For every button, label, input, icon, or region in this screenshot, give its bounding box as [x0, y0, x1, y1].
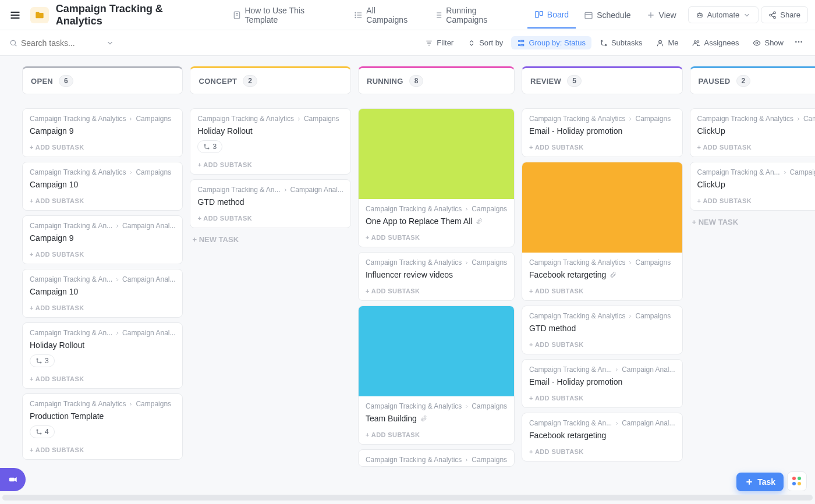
- task-fab-label: Task: [757, 477, 775, 487]
- column-header[interactable]: RUNNING8: [358, 66, 515, 94]
- subtask-icon: [36, 357, 42, 364]
- card-breadcrumb[interactable]: Campaign Tracking & An...Campaign Anal..…: [30, 222, 175, 230]
- card-breadcrumb[interactable]: Campaign Tracking & AnalyticsCampaigns: [30, 168, 175, 176]
- card-breadcrumb[interactable]: Campaign Tracking & AnalyticsCampaigns: [529, 115, 675, 123]
- add-subtask-button[interactable]: + ADD SUBTASK: [522, 335, 682, 354]
- add-subtask-button[interactable]: + ADD SUBTASK: [359, 228, 514, 247]
- add-subtask-button[interactable]: + ADD SUBTASK: [190, 155, 350, 174]
- subtask-count-pill[interactable]: 3: [197, 140, 222, 153]
- horizontal-scrollbar[interactable]: [2, 495, 813, 501]
- card-body: Campaign Tracking & An...Campaign Anal..…: [522, 413, 682, 442]
- new-task-button[interactable]: + NEW TASK: [690, 211, 815, 233]
- add-subtask-button[interactable]: + ADD SUBTASK: [23, 191, 182, 210]
- add-subtask-button[interactable]: + ADD SUBTASK: [23, 441, 182, 459]
- card-breadcrumb[interactable]: Campaign Tracking & An...Campaign Anal..…: [529, 365, 675, 374]
- filter-button[interactable]: Filter: [419, 36, 459, 49]
- folder-badge[interactable]: [30, 7, 49, 23]
- column-header[interactable]: REVIEW5: [522, 66, 682, 94]
- add-subtask-button[interactable]: + ADD SUBTASK: [522, 138, 682, 157]
- card-title: ClickUp: [697, 180, 815, 189]
- apps-button[interactable]: [787, 471, 807, 491]
- svg-point-52: [204, 144, 205, 145]
- task-card[interactable]: Campaign Tracking & AnalyticsCampaignsOn…: [358, 108, 515, 247]
- column-header[interactable]: PAUSED2: [690, 66, 815, 94]
- task-card[interactable]: Campaign Tracking & AnalyticsCampaigns: [358, 449, 515, 467]
- tab-board[interactable]: Board: [527, 2, 576, 29]
- card-breadcrumb[interactable]: Campaign Tracking & AnalyticsCampaigns: [30, 115, 175, 123]
- video-record-button[interactable]: [0, 468, 26, 491]
- breadcrumb-parent: Campaign Tracking & An...: [697, 168, 780, 176]
- column-header[interactable]: CONCEPT2: [190, 66, 350, 94]
- task-card[interactable]: Campaign Tracking & AnalyticsCampaignsPr…: [22, 393, 183, 460]
- add-subtask-button[interactable]: + ADD SUBTASK: [690, 138, 815, 157]
- breadcrumb-child: Campaigns: [472, 258, 507, 267]
- tab-all-campaigns[interactable]: All Campaigns: [347, 2, 426, 28]
- card-breadcrumb[interactable]: Campaign Tracking & An...Campaign Anal..…: [697, 168, 815, 176]
- add-subtask-button[interactable]: + ADD SUBTASK: [690, 191, 815, 210]
- task-card[interactable]: Campaign Tracking & AnalyticsCampaignsHo…: [190, 108, 350, 175]
- show-button[interactable]: Show: [747, 36, 789, 49]
- tab-running-campaigns[interactable]: Running Campaigns: [427, 2, 526, 28]
- subtask-count-pill[interactable]: 4: [30, 425, 55, 438]
- me-button[interactable]: Me: [650, 36, 684, 49]
- menu-toggle[interactable]: [7, 7, 23, 23]
- share-button[interactable]: Share: [761, 6, 808, 23]
- more-button[interactable]: [792, 35, 806, 51]
- group-button[interactable]: Group by: Status: [511, 36, 591, 49]
- sort-button[interactable]: Sort by: [462, 36, 509, 49]
- add-subtask-button[interactable]: + ADD SUBTASK: [522, 442, 682, 461]
- task-card[interactable]: Campaign Tracking & AnalyticsCampaignsTe…: [358, 306, 515, 445]
- tab-add-view[interactable]: View: [639, 7, 683, 23]
- add-subtask-button[interactable]: + ADD SUBTASK: [23, 138, 182, 157]
- card-breadcrumb[interactable]: Campaign Tracking & An...Campaign Anal..…: [197, 186, 343, 194]
- new-task-fab[interactable]: Task: [736, 473, 784, 491]
- search-chevron-icon[interactable]: [106, 39, 114, 47]
- task-card[interactable]: Campaign Tracking & An...Campaign Anal..…: [690, 162, 815, 211]
- task-card[interactable]: Campaign Tracking & AnalyticsCampaignsCl…: [690, 108, 815, 157]
- add-subtask-button[interactable]: + ADD SUBTASK: [359, 282, 514, 300]
- task-card[interactable]: Campaign Tracking & An...Campaign Anal..…: [190, 179, 350, 228]
- assignees-button[interactable]: Assignees: [686, 36, 745, 49]
- add-subtask-button[interactable]: + ADD SUBTASK: [23, 299, 182, 317]
- card-breadcrumb[interactable]: Campaign Tracking & AnalyticsCampaigns: [366, 456, 507, 464]
- add-subtask-button[interactable]: + ADD SUBTASK: [23, 370, 182, 388]
- task-card[interactable]: Campaign Tracking & AnalyticsCampaignsEm…: [522, 108, 682, 157]
- column-header[interactable]: OPEN6: [22, 66, 183, 94]
- task-card[interactable]: Campaign Tracking & AnalyticsCampaignsCa…: [22, 108, 183, 157]
- svg-point-26: [770, 14, 772, 16]
- card-breadcrumb[interactable]: Campaign Tracking & AnalyticsCampaigns: [366, 402, 507, 410]
- card-breadcrumb[interactable]: Campaign Tracking & AnalyticsCampaigns: [366, 258, 507, 267]
- automate-button[interactable]: Automate: [688, 6, 759, 23]
- add-subtask-button[interactable]: + ADD SUBTASK: [359, 425, 514, 444]
- card-title: One App to Replace Them All: [366, 216, 507, 226]
- card-breadcrumb[interactable]: Campaign Tracking & An...Campaign Anal..…: [30, 275, 175, 283]
- task-card[interactable]: Campaign Tracking & AnalyticsCampaignsFa…: [522, 162, 682, 301]
- tab-schedule[interactable]: Schedule: [577, 7, 637, 23]
- tab-how-to-use[interactable]: How to Use This Template: [225, 2, 346, 28]
- card-breadcrumb[interactable]: Campaign Tracking & An...Campaign Anal..…: [30, 329, 175, 337]
- task-card[interactable]: Campaign Tracking & An...Campaign Anal..…: [22, 269, 183, 318]
- card-breadcrumb[interactable]: Campaign Tracking & AnalyticsCampaigns: [529, 312, 675, 320]
- add-subtask-button[interactable]: + ADD SUBTASK: [522, 389, 682, 407]
- breadcrumb-parent: Campaign Tracking & Analytics: [366, 205, 462, 213]
- task-card[interactable]: Campaign Tracking & AnalyticsCampaignsGT…: [522, 306, 682, 354]
- task-card[interactable]: Campaign Tracking & An...Campaign Anal..…: [522, 359, 682, 408]
- subtasks-button[interactable]: Subtasks: [594, 36, 648, 49]
- search-input[interactable]: [21, 38, 102, 48]
- card-breadcrumb[interactable]: Campaign Tracking & AnalyticsCampaigns: [197, 115, 343, 123]
- add-subtask-button[interactable]: + ADD SUBTASK: [190, 209, 350, 228]
- task-card[interactable]: Campaign Tracking & An...Campaign Anal..…: [22, 215, 183, 264]
- subtask-count-pill[interactable]: 3: [30, 354, 55, 367]
- card-breadcrumb[interactable]: Campaign Tracking & AnalyticsCampaigns: [366, 205, 507, 213]
- new-task-button[interactable]: + NEW TASK: [190, 228, 350, 251]
- add-subtask-button[interactable]: + ADD SUBTASK: [23, 245, 182, 264]
- task-card[interactable]: Campaign Tracking & AnalyticsCampaignsCa…: [22, 162, 183, 211]
- add-subtask-button[interactable]: + ADD SUBTASK: [522, 282, 682, 300]
- task-card[interactable]: Campaign Tracking & An...Campaign Anal..…: [22, 322, 183, 389]
- card-breadcrumb[interactable]: Campaign Tracking & AnalyticsCampaigns: [30, 400, 175, 408]
- card-breadcrumb[interactable]: Campaign Tracking & AnalyticsCampaigns: [697, 115, 815, 123]
- card-breadcrumb[interactable]: Campaign Tracking & An...Campaign Anal..…: [529, 419, 675, 427]
- task-card[interactable]: Campaign Tracking & AnalyticsCampaignsIn…: [358, 252, 515, 301]
- task-card[interactable]: Campaign Tracking & An...Campaign Anal..…: [522, 413, 682, 462]
- card-breadcrumb[interactable]: Campaign Tracking & AnalyticsCampaigns: [529, 258, 675, 267]
